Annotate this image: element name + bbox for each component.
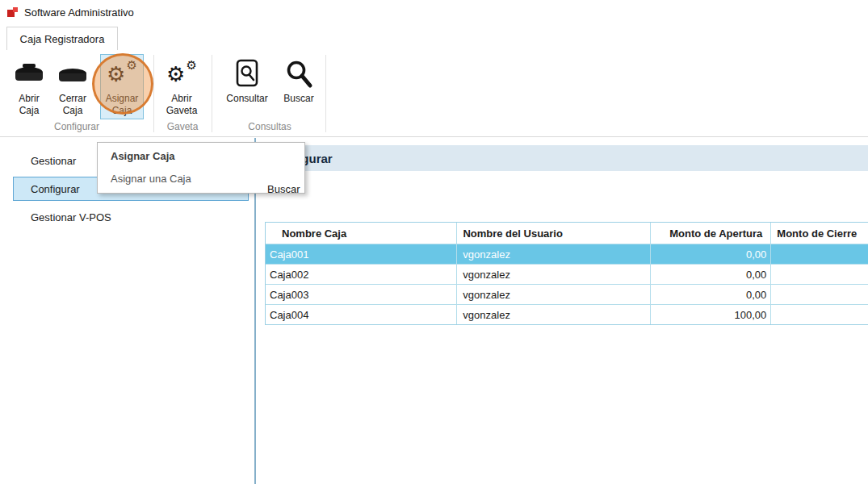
consultar-button[interactable]: Consultar <box>224 54 270 119</box>
table-row[interactable]: Caja003 vgonzalez 0,00 <box>266 284 868 304</box>
buscar-ribbon-button[interactable]: Buscar <box>275 54 322 119</box>
cell-nombre-caja: Caja001 <box>266 244 456 264</box>
titlebar: Software Administrativo <box>0 0 868 24</box>
asignar-caja-label-1: Asignar <box>106 93 139 105</box>
window-title: Software Administrativo <box>24 6 134 19</box>
column-header-nombre-caja[interactable]: Nombre Caja <box>266 223 456 244</box>
cell-cierre <box>770 244 868 264</box>
abrir-caja-label-2: Caja <box>19 105 40 117</box>
content-header: Configurar <box>262 145 868 171</box>
cell-apertura: 0,00 <box>650 244 771 264</box>
app-logo-icon <box>6 6 19 19</box>
consultar-label: Consultar <box>226 93 267 105</box>
asignar-caja-label-2: Caja <box>112 105 132 117</box>
asignar-caja-button[interactable]: ⚙⚙ Asignar Caja <box>100 54 144 119</box>
cell-cierre <box>770 305 868 324</box>
document-search-icon <box>235 55 259 93</box>
column-header-apertura[interactable]: Monto de Apertura <box>650 223 771 244</box>
cell-nombre-caja: Caja004 <box>266 305 456 324</box>
sidebar-item-gestionar-vpos[interactable]: Gestionar V-POS <box>13 205 249 229</box>
cajas-table: Nombre Caja Nombre del Usuario Monto de … <box>265 222 868 325</box>
cell-usuario: vgonzalez <box>456 305 649 324</box>
cash-register-open-icon <box>12 55 46 93</box>
tab-caja-registradora[interactable]: Caja Registradora <box>6 27 118 51</box>
cell-cierre <box>770 265 868 284</box>
table-row[interactable]: Caja001 vgonzalez 0,00 <box>266 244 868 264</box>
group-label-gaveta: Gaveta <box>153 121 212 134</box>
cell-apertura: 0,00 <box>650 285 771 304</box>
column-header-cierre[interactable]: Monto de Cierre <box>770 223 868 244</box>
abrir-gaveta-button[interactable]: ⚙⚙ Abrir Gaveta <box>160 54 203 119</box>
magnifier-icon <box>284 55 313 93</box>
gears-icon: ⚙⚙ <box>105 55 139 93</box>
abrir-caja-label-1: Abrir <box>19 93 39 105</box>
gears-icon: ⚙⚙ <box>165 55 199 93</box>
group-label-consultas: Consultas <box>212 121 328 134</box>
tooltip-description: Asignar una Caja <box>111 173 291 185</box>
abrir-caja-button[interactable]: Abrir Caja <box>7 54 51 119</box>
table-row[interactable]: Caja002 vgonzalez 0,00 <box>266 264 868 284</box>
tooltip-title: Asignar Caja <box>111 150 291 162</box>
abrir-gaveta-label-1: Abrir <box>171 93 191 105</box>
table-row[interactable]: Caja004 vgonzalez 100,00 <box>266 304 868 324</box>
buscar-ribbon-label: Buscar <box>283 93 313 105</box>
app-window: Software Administrativo Caja Registrador… <box>0 0 868 484</box>
cell-apertura: 0,00 <box>650 265 771 284</box>
cell-nombre-caja: Caja003 <box>266 285 456 304</box>
table-header-row: Nombre Caja Nombre del Usuario Monto de … <box>266 223 868 244</box>
cell-cierre <box>770 285 868 304</box>
cerrar-caja-label-1: Cerrar <box>59 93 86 105</box>
column-header-usuario[interactable]: Nombre del Usuario <box>456 223 649 244</box>
buscar-button[interactable]: Buscar <box>267 183 300 195</box>
abrir-gaveta-label-2: Gaveta <box>166 105 198 117</box>
cerrar-caja-button[interactable]: Cerrar Caja <box>51 54 94 119</box>
cell-usuario: vgonzalez <box>456 265 649 284</box>
cell-usuario: vgonzalez <box>456 244 649 264</box>
cell-nombre-caja: Caja002 <box>266 265 456 284</box>
cell-usuario: vgonzalez <box>456 285 649 304</box>
group-label-configurar: Configurar <box>0 121 153 134</box>
cerrar-caja-label-2: Caja <box>63 105 83 117</box>
ribbon: Abrir Caja Cerrar Caja ⚙⚙ Asignar Caja ⚙… <box>0 50 868 137</box>
cell-apertura: 100,00 <box>650 305 771 324</box>
cash-register-closed-icon <box>56 55 90 93</box>
